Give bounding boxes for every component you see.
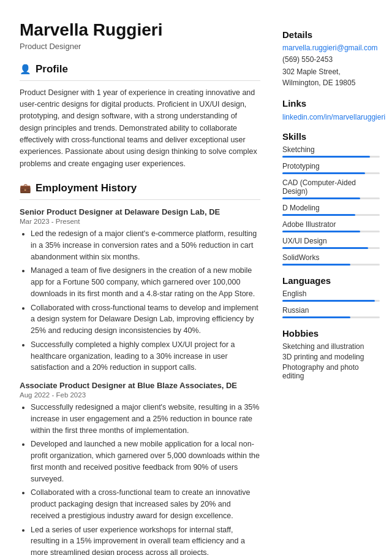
skill-name-4: Adobe Illustrator	[282, 220, 380, 229]
job-bullet-0-0: Led the redesign of a major client's e-c…	[31, 228, 260, 262]
profile-divider	[20, 80, 260, 81]
skills-container: SketchingPrototypingCAD (Computer-Aided …	[282, 145, 380, 266]
links-section: Links linkedin.com/in/marvellaruggieri	[282, 98, 380, 121]
hobbies-section: Hobbies Sketching and illustration3D pri…	[282, 328, 380, 380]
profile-section: 👤 Profile Product Designer with 1 year o…	[20, 63, 260, 170]
resume-title: Product Designer	[20, 42, 260, 51]
hobby-item-2: Photography and photo editing	[282, 363, 380, 380]
lang-name-0: English	[282, 289, 380, 298]
skill-item-1: Prototyping	[282, 162, 380, 174]
skill-name-3: D Modeling	[282, 204, 380, 212]
details-section: Details marvella.ruggieri@gmail.com (569…	[282, 29, 380, 88]
employment-heading: 💼 Employment History	[20, 182, 260, 194]
employment-section: 💼 Employment History Senior Product Desi…	[20, 182, 260, 555]
job-title-0: Senior Product Designer at Delaware Desi…	[20, 207, 260, 216]
job-bullet-1-2: Collaborated with a cross-functional tea…	[31, 487, 260, 521]
skill-bar-bg-2	[282, 197, 380, 199]
skill-item-3: D Modeling	[282, 204, 380, 216]
languages-heading: Languages	[282, 275, 380, 286]
skills-heading: Skills	[282, 131, 380, 142]
hobby-item-0: Sketching and illustration	[282, 342, 380, 351]
employment-divider	[20, 199, 260, 200]
skill-bar-bg-4	[282, 231, 380, 232]
lang-bar-fill-1	[282, 316, 350, 318]
profile-heading: 👤 Profile	[20, 63, 260, 75]
skill-bar-fill-5	[282, 247, 368, 249]
job-dates-0: Mar 2023 - Present	[20, 218, 260, 225]
hobbies-container: Sketching and illustration3D printing an…	[282, 342, 380, 380]
skill-name-6: SolidWorks	[282, 253, 380, 262]
profile-icon: 👤	[20, 64, 31, 75]
skill-bar-bg-0	[282, 156, 380, 158]
employment-icon: 💼	[20, 183, 31, 194]
skill-item-6: SolidWorks	[282, 253, 380, 266]
job-dates-1: Aug 2022 - Feb 2023	[20, 391, 260, 399]
languages-section: Languages EnglishRussian	[282, 275, 380, 318]
hobby-item-1: 3D printing and modeling	[282, 353, 380, 361]
skill-item-2: CAD (Computer-Aided Design)	[282, 178, 380, 199]
skill-bar-fill-4	[282, 231, 360, 232]
skill-bar-bg-1	[282, 172, 380, 174]
skill-item-4: Adobe Illustrator	[282, 220, 380, 232]
job-bullet-0-2: Collaborated with cross-functional teams…	[31, 302, 260, 337]
hobbies-heading: Hobbies	[282, 328, 380, 339]
skill-bar-bg-6	[282, 264, 380, 266]
resume-name: Marvella Ruggieri	[20, 20, 260, 40]
job-entry-1: Associate Product Designer at Blue Blaze…	[20, 381, 260, 555]
right-column: Details marvella.ruggieri@gmail.com (569…	[273, 20, 392, 555]
skill-bar-bg-3	[282, 214, 380, 216]
skill-name-5: UX/UI Design	[282, 237, 380, 245]
jobs-container: Senior Product Designer at Delaware Desi…	[20, 207, 260, 555]
lang-item-1: Russian	[282, 306, 380, 318]
job-bullet-1-0: Successfully redesigned a major client's…	[31, 402, 260, 436]
lang-bar-bg-0	[282, 300, 380, 302]
lang-bar-bg-1	[282, 316, 380, 318]
job-bullets-1: Successfully redesigned a major client's…	[20, 402, 260, 555]
skill-bar-bg-5	[282, 247, 380, 249]
email-link[interactable]: marvella.ruggieri@gmail.com	[282, 44, 380, 52]
job-entry-0: Senior Product Designer at Delaware Desi…	[20, 207, 260, 373]
skill-bar-fill-2	[282, 197, 360, 199]
phone: (569) 550-2453	[282, 54, 380, 65]
skill-item-5: UX/UI Design	[282, 237, 380, 249]
lang-name-1: Russian	[282, 306, 380, 315]
lang-bar-fill-0	[282, 300, 375, 302]
job-bullet-1-1: Developed and launched a new mobile appl…	[31, 438, 260, 484]
skill-name-0: Sketching	[282, 145, 380, 154]
job-bullets-0: Led the redesign of a major client's e-c…	[20, 228, 260, 373]
skill-name-2: CAD (Computer-Aided Design)	[282, 178, 380, 196]
job-bullet-0-3: Successfully completed a highly complex …	[31, 339, 260, 373]
profile-text: Product Designer with 1 year of experien…	[20, 87, 260, 170]
job-bullet-1-3: Led a series of user experience workshop…	[31, 524, 260, 555]
skill-bar-fill-6	[282, 264, 350, 266]
job-title-1: Associate Product Designer at Blue Blaze…	[20, 381, 260, 390]
lang-item-0: English	[282, 289, 380, 302]
skill-item-0: Sketching	[282, 145, 380, 158]
links-heading: Links	[282, 98, 380, 109]
job-bullet-0-1: Managed a team of five designers in the …	[31, 265, 260, 299]
skill-bar-fill-1	[282, 172, 365, 174]
address: 302 Maple Street, Wilmington, DE 19805	[282, 66, 380, 88]
skill-bar-fill-0	[282, 156, 370, 158]
skill-name-1: Prototyping	[282, 162, 380, 170]
skill-bar-fill-3	[282, 214, 355, 216]
languages-container: EnglishRussian	[282, 289, 380, 318]
details-heading: Details	[282, 29, 380, 40]
skills-section: Skills SketchingPrototypingCAD (Computer…	[282, 131, 380, 266]
header: Marvella Ruggieri Product Designer	[20, 20, 260, 51]
left-column: Marvella Ruggieri Product Designer 👤 Pro…	[0, 20, 273, 555]
linkedin-link[interactable]: linkedin.com/in/marvellaruggieri	[282, 113, 385, 121]
